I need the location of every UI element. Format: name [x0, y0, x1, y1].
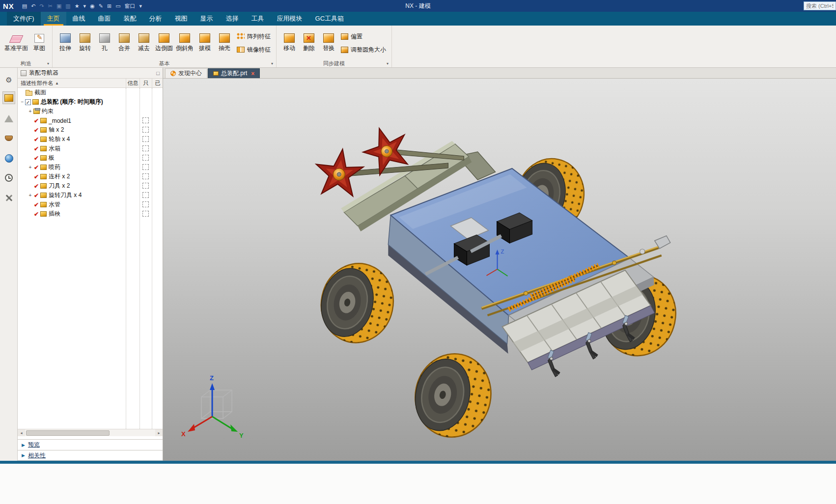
datum-plane-button[interactable]: 基准平面 — [3, 32, 29, 54]
tree-item-plate[interactable]: ✔板 — [18, 153, 163, 163]
reference-set-checkbox[interactable] — [142, 183, 149, 189]
window-menu-arrow-icon[interactable]: ▾ — [139, 3, 142, 9]
scroll-left-icon[interactable]: ◂ — [18, 429, 25, 436]
menu-tab-view[interactable]: 视图 — [168, 12, 194, 26]
unite-button[interactable]: 合并 — [114, 32, 134, 54]
delete-face-button[interactable]: 删除 — [299, 32, 319, 54]
menu-tab-curve[interactable]: 曲线 — [66, 12, 92, 26]
ribbon-group-more-icon-synchronous-modeling[interactable]: ▾ — [387, 61, 389, 66]
reference-set-checkbox[interactable] — [142, 201, 149, 207]
history-icon[interactable] — [2, 171, 15, 184]
subtract-button[interactable]: 减去 — [134, 32, 154, 54]
redo-icon[interactable]: ↷ — [39, 3, 44, 9]
draft-button[interactable]: 拔模 — [195, 32, 215, 54]
pen-icon[interactable]: ✎ — [99, 3, 103, 9]
window-menu-label[interactable]: 窗口 — [125, 2, 136, 10]
revolve-button[interactable]: 旋转 — [75, 32, 95, 54]
expander-icon[interactable]: + — [28, 193, 33, 198]
viewport-tab-discovery-center[interactable]: 发现中心 — [165, 68, 207, 78]
section-preview[interactable]: ▶预览 — [18, 439, 163, 450]
paste-icon[interactable]: ▥ — [65, 3, 70, 9]
tree-item-section[interactable]: 截面 — [18, 88, 163, 97]
menu-tab-home[interactable]: 主页 — [41, 12, 66, 26]
tree-item-water-pipe[interactable]: ✔水管 — [18, 200, 163, 209]
web-browser-icon[interactable] — [2, 152, 15, 165]
menu-tab-analysis[interactable]: 分析 — [143, 12, 168, 26]
machine-model[interactable]: Z — [312, 121, 683, 444]
menu-tab-tools[interactable]: 工具 — [245, 12, 271, 26]
menu-tab-render[interactable]: 显示 — [194, 12, 220, 26]
scroll-right-icon[interactable]: ▸ — [155, 429, 163, 436]
chamfer-button[interactable]: 倒斜角 — [174, 32, 195, 54]
mirror-feature-button[interactable]: 镜像特征 — [237, 46, 271, 54]
microphone-icon[interactable]: ◉ — [90, 3, 95, 9]
layout-grid-icon[interactable]: ⊞ — [107, 3, 111, 9]
reference-set-checkbox[interactable] — [142, 164, 149, 170]
reference-set-checkbox[interactable] — [142, 117, 149, 123]
expander-icon[interactable]: + — [28, 165, 33, 170]
expander-icon[interactable]: + — [28, 109, 33, 114]
sketch-button[interactable]: 草图 — [29, 32, 49, 54]
reference-set-checkbox[interactable] — [142, 155, 149, 161]
edge-blend-button[interactable]: 边倒圆 — [154, 32, 174, 54]
column-descriptive-part-name[interactable]: 描述性部件名 — [21, 80, 53, 87]
tree-item-model1[interactable]: ✔_model1 — [18, 116, 163, 125]
menu-tab-selection[interactable]: 选择 — [220, 12, 245, 26]
reference-set-checkbox[interactable] — [142, 211, 149, 217]
assembly-navigator-icon[interactable] — [2, 91, 15, 104]
tree-item-total-assembly[interactable]: −✓总装配 (顺序: 时间顺序) — [18, 97, 163, 107]
horizontal-scrollbar[interactable]: ◂ ▸ — [18, 429, 163, 436]
scrollbar-thumb[interactable] — [26, 430, 110, 436]
process-tools-icon[interactable] — [2, 192, 15, 204]
resize-blend-button[interactable]: 调整圆角大小 — [341, 46, 386, 54]
menu-tab-surface[interactable]: 曲面 — [92, 12, 117, 26]
tree-item-constraints[interactable]: +约束 — [18, 107, 163, 116]
reference-set-checkbox[interactable] — [142, 173, 149, 179]
undock-panel-icon[interactable]: □ — [156, 70, 160, 76]
ribbon-group-more-icon-basic[interactable]: ▾ — [271, 61, 273, 66]
save-icon[interactable]: ▤ — [22, 3, 27, 9]
offset-region-button[interactable]: 偏置 — [341, 32, 386, 41]
menu-tab-application[interactable]: 应用模块 — [271, 12, 309, 26]
tree-item-axle[interactable]: ✔轴 x 2 — [18, 125, 163, 135]
menu-tab-assemblies[interactable]: 装配 — [117, 12, 143, 26]
expander-icon[interactable]: − — [20, 99, 25, 105]
star-icon[interactable]: ★ — [75, 3, 80, 9]
extrude-button[interactable]: 拉伸 — [56, 32, 75, 54]
tree-item-cutter[interactable]: ✔刀具 x 2 — [18, 181, 163, 191]
hole-button[interactable]: 孔 — [95, 32, 114, 54]
cut-icon[interactable]: ✂ — [48, 3, 53, 9]
column-modified[interactable]: 已 — [152, 79, 163, 87]
reference-set-checkbox[interactable] — [142, 136, 149, 142]
dropdown-arrow-icon[interactable]: ▾ — [84, 3, 86, 9]
section-dependencies[interactable]: ▶相关性 — [18, 450, 163, 461]
copy-icon[interactable]: ▣ — [56, 3, 61, 9]
reference-set-checkbox[interactable] — [142, 145, 149, 151]
pattern-feature-button[interactable]: 阵列特征 — [237, 32, 271, 41]
constraint-navigator-icon[interactable] — [2, 112, 15, 125]
tree-item-water-tank[interactable]: ✔水箱 — [18, 144, 163, 153]
3d-canvas[interactable]: Z — [163, 79, 836, 461]
column-read-only[interactable]: 只 — [139, 79, 152, 87]
shell-button[interactable]: 抽壳 — [215, 32, 234, 54]
reuse-library-icon[interactable] — [2, 132, 15, 144]
command-search-input[interactable] — [804, 1, 836, 10]
tree-item-rotary-cutter[interactable]: +✔旋转刀具 x 4 — [18, 191, 163, 200]
reference-set-checkbox[interactable] — [142, 127, 149, 133]
window-icon[interactable]: ▭ — [115, 3, 120, 9]
menu-tab-file[interactable]: 文件(F) — [7, 12, 41, 26]
tree-item-spray[interactable]: +✔喷药 — [18, 163, 163, 172]
close-tab-icon[interactable]: × — [251, 70, 254, 77]
tree-item-tire[interactable]: ✔轮胎 x 4 — [18, 135, 163, 144]
column-info[interactable]: 信息 — [126, 79, 139, 87]
tree-item-link-rod[interactable]: ✔连杆 x 2 — [18, 172, 163, 181]
ribbon-group-more-icon-construction[interactable]: ▾ — [47, 61, 49, 66]
move-face-button[interactable]: 移动 — [279, 32, 299, 54]
replace-face-button[interactable]: 替换 — [319, 32, 338, 54]
undo-icon[interactable]: ↶ — [31, 3, 35, 9]
suppress-checkbox-icon[interactable]: ✓ — [25, 99, 31, 105]
menu-tab-gc-toolbox[interactable]: GC工具箱 — [309, 12, 351, 26]
viewport-tab-total-assembly-prt[interactable]: 总装配.prt× — [208, 68, 260, 78]
reference-set-checkbox[interactable] — [142, 192, 149, 198]
tree-item-transplanter[interactable]: ✔插秧 — [18, 209, 163, 219]
